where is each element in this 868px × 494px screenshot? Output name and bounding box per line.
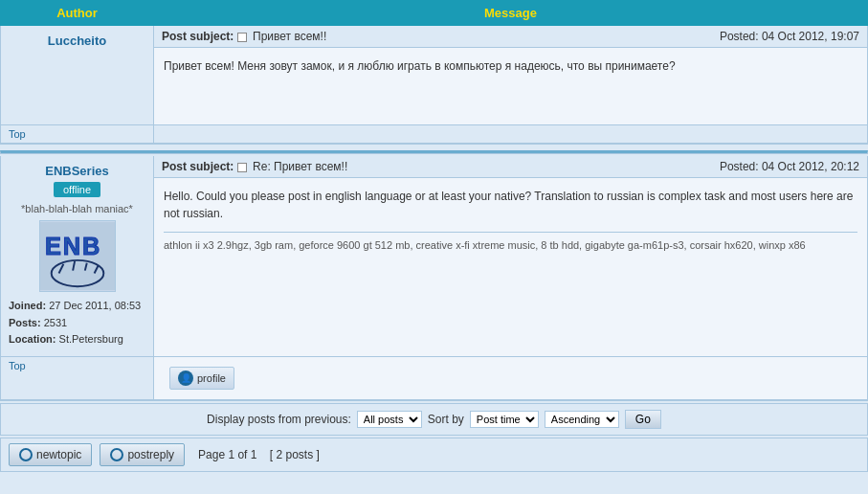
posts-filter-select[interactable]: All posts <box>357 411 422 428</box>
post-posted-1: Posted: 04 Oct 2012, 19:07 <box>720 30 859 43</box>
profile-btn-container: 👤 profile <box>154 357 867 400</box>
top-right-1 <box>154 125 867 144</box>
top-link-2[interactable]: Top <box>9 360 26 396</box>
author-meta-2: Joined: 27 Dec 2011, 08:53 Posts: 2531 L… <box>9 298 145 348</box>
post-author-1: Luccheito <box>1 26 154 124</box>
go-button[interactable]: Go <box>625 410 661 429</box>
post-row-1: Luccheito Post subject: Привет всем!! Po… <box>0 26 868 125</box>
post-reply-label: postreply <box>127 448 174 461</box>
post-body-text-2: Hello. Could you please post in english … <box>164 188 857 222</box>
post-subject-label-1: Post subject: <box>162 30 234 43</box>
top-link-1[interactable]: Top <box>9 128 26 140</box>
top-row-block-2: Top 👤 profile <box>0 357 868 401</box>
post-reply-button[interactable]: postreply <box>100 443 185 466</box>
post-subject-title-2: Привет всем!! <box>274 160 347 173</box>
profile-button[interactable]: 👤 profile <box>169 367 234 390</box>
post-row-2: ENBSeries offline *blah-blah-blah maniac… <box>0 156 868 357</box>
sort-label: Sort by <box>428 413 464 426</box>
posts-label-2: Posts: <box>9 317 41 328</box>
post-author-2: ENBSeries offline *blah-blah-blah maniac… <box>1 156 154 356</box>
post-subject-title-1: Привет всем!! <box>253 30 326 43</box>
post-subject-re-2: Re: <box>253 160 274 173</box>
newtopic-icon <box>19 448 33 461</box>
display-controls: Display posts from previous: All posts S… <box>0 403 868 436</box>
top-left-1: Top <box>1 125 154 144</box>
post-signature-2: athlon ii x3 2.9hgz, 3gb ram, geforce 96… <box>164 232 857 254</box>
author-column-header: Author <box>1 1 154 25</box>
author-posts-2: Posts: 2531 <box>9 315 145 332</box>
post-icon-2 <box>237 163 247 172</box>
table-header: Author Message <box>0 0 868 26</box>
location-label-2: Location: <box>9 333 56 345</box>
author-username-2: ENBSeries <box>9 164 145 178</box>
new-topic-label: newtopic <box>36 448 81 461</box>
location-value-2: St.Petersburg <box>59 333 123 345</box>
sort-select[interactable]: Post time <box>470 411 539 428</box>
svg-text:ENB: ENB <box>44 233 100 259</box>
author-joined-2: Joined: 27 Dec 2011, 08:53 <box>9 298 145 315</box>
post-subject-2: Post subject: Re: Привет всем!! <box>162 160 347 173</box>
profile-icon: 👤 <box>178 370 193 386</box>
post-posted-2: Posted: 04 Oct 2012, 20:12 <box>720 160 859 173</box>
sig-text-2: athlon ii x3 2.9hgz, 3gb ram, geforce 96… <box>164 239 806 251</box>
post-content-2: Post subject: Re: Привет всем!! Posted: … <box>154 156 867 356</box>
posts-count-text: [ 2 posts ] <box>270 448 320 461</box>
post-subject-bar-1: Post subject: Привет всем!! Posted: 04 O… <box>154 26 867 48</box>
top-left-2: Top <box>1 357 154 400</box>
post-body-2: Hello. Could you please post in english … <box>154 178 867 263</box>
posts-value-2: 2531 <box>44 317 67 328</box>
page-info: Page 1 of 1 [ 2 posts ] <box>198 448 320 461</box>
order-select[interactable]: Ascending <box>545 411 619 428</box>
new-topic-button[interactable]: newtopic <box>9 443 92 466</box>
profile-btn-label: profile <box>197 372 226 384</box>
post-content-1: Post subject: Привет всем!! Posted: 04 O… <box>154 26 867 124</box>
post-body-text-1: Привет всем! Меня зовут замок, и я люблю… <box>164 59 676 73</box>
post-body-1: Привет всем! Меня зовут замок, и я люблю… <box>154 48 867 124</box>
post-subject-icon-1 <box>237 30 250 43</box>
display-label: Display posts from previous: <box>207 413 351 426</box>
post-icon-1 <box>237 33 247 42</box>
offline-badge: offline <box>54 182 100 197</box>
postreply-icon <box>110 448 123 461</box>
post-subject-bar-2: Post subject: Re: Привет всем!! Posted: … <box>154 156 867 178</box>
author-rank-2: *blah-blah-blah maniac* <box>9 203 145 214</box>
action-row: newtopic postreply Page 1 of 1 [ 2 posts… <box>0 438 868 472</box>
message-column-header: Message <box>154 1 867 25</box>
author-location-2: Location: St.Petersburg <box>9 331 145 348</box>
joined-value-2: 27 Dec 2011, 08:53 <box>49 300 141 311</box>
author-avatar-2: ENB <box>39 220 116 292</box>
enb-logo-svg: ENB <box>40 221 115 291</box>
author-username-1: Luccheito <box>9 34 145 48</box>
post-subject-label-2: Post subject: <box>162 160 234 173</box>
post-subject-1: Post subject: Привет всем!! <box>162 30 326 43</box>
page-info-text: Page 1 of 1 <box>198 448 256 461</box>
joined-label-2: Joined: <box>9 300 46 311</box>
post-separator <box>0 150 868 154</box>
post-subject-icon-2 <box>237 160 250 173</box>
top-row-block-1: Top <box>0 125 868 145</box>
